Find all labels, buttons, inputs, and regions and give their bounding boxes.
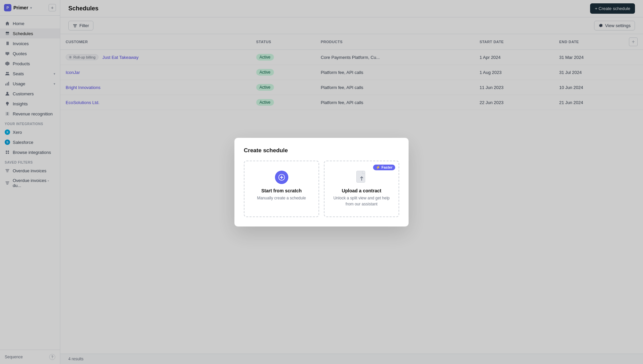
start-from-scratch-option[interactable]: Start from scratch Manually create a sch… (244, 161, 319, 217)
scratch-icon (275, 171, 288, 184)
create-schedule-modal: Create schedule Start from scratch Manua… (234, 138, 409, 226)
modal-options: Start from scratch Manually create a sch… (244, 161, 399, 217)
modal-title: Create schedule (244, 147, 399, 154)
lightning-icon: ⚡ (376, 165, 380, 170)
upload-icon (355, 171, 368, 184)
svg-rect-27 (356, 171, 365, 182)
upload-option-title: Upload a contract (342, 188, 381, 193)
scratch-option-desc: Manually create a schedule (257, 195, 306, 201)
scratch-option-title: Start from scratch (261, 188, 302, 193)
upload-option-desc: Unlock a split view and get help from ou… (331, 195, 392, 207)
modal-overlay[interactable]: Create schedule Start from scratch Manua… (0, 0, 643, 364)
upload-contract-option[interactable]: ⚡ Faster Upload a contract Unlock a spli… (324, 161, 399, 217)
faster-badge: ⚡ Faster (373, 165, 395, 170)
